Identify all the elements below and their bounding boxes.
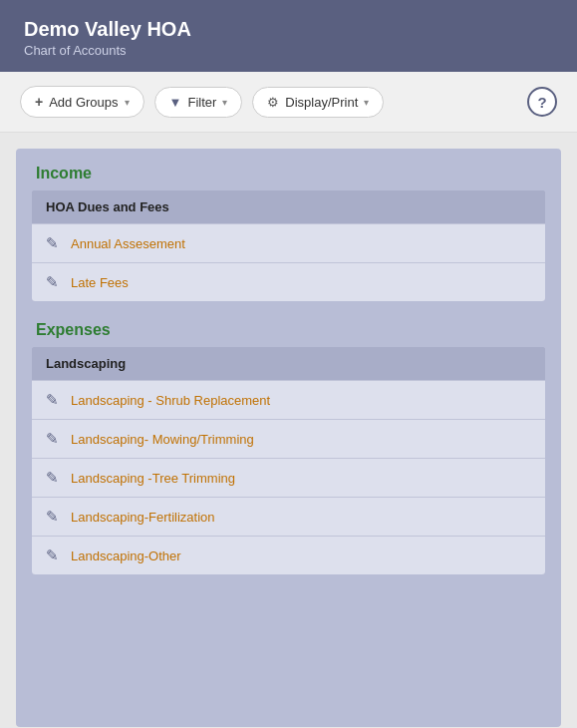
account-row[interactable]: ✎ Landscaping - Shrub Replacement [32,380,545,419]
account-row[interactable]: ✎ Landscaping- Mowing/Trimming [32,419,545,458]
income-group-hoa-dues: HOA Dues and Fees ✎ Annual Assesement ✎ … [32,190,545,301]
add-groups-label: Add Groups [49,95,118,110]
gear-icon: ⚙ [267,95,279,110]
account-name: Late Fees [71,275,129,290]
chevron-down-icon-display: ▾ [364,97,369,108]
page-title: Chart of Accounts [24,43,553,58]
edit-icon: ✎ [46,508,59,526]
account-name: Landscaping-Fertilization [71,510,215,525]
account-name: Landscaping -Tree Trimming [71,471,235,486]
chevron-down-icon: ▾ [125,97,130,108]
account-name: Landscaping-Other [71,548,181,563]
main-content: Income HOA Dues and Fees ✎ Annual Assese… [16,149,561,727]
plus-icon: + [35,94,43,110]
toolbar: + Add Groups ▾ ▼ Filter ▾ ⚙ Display/Prin… [0,72,577,133]
account-row[interactable]: ✎ Landscaping-Other [32,536,545,574]
filter-label: Filter [187,95,216,110]
account-name: Landscaping- Mowing/Trimming [71,432,254,447]
expenses-section-title: Expenses [32,321,545,339]
org-name: Demo Valley HOA [24,18,553,41]
income-section-title: Income [32,165,545,182]
account-row[interactable]: ✎ Landscaping -Tree Trimming [32,458,545,497]
edit-icon: ✎ [46,234,59,252]
filter-button[interactable]: ▼ Filter ▾ [154,87,243,118]
expenses-section: Expenses Landscaping ✎ Landscaping - Shr… [32,321,545,574]
expenses-group-landscaping: Landscaping ✎ Landscaping - Shrub Replac… [32,347,545,574]
income-section: Income HOA Dues and Fees ✎ Annual Assese… [32,165,545,301]
chevron-down-icon-filter: ▾ [222,97,227,108]
help-label: ? [537,94,546,111]
edit-icon: ✎ [46,469,59,487]
account-name: Landscaping - Shrub Replacement [71,393,270,408]
edit-icon: ✎ [46,430,59,448]
display-print-button[interactable]: ⚙ Display/Print ▾ [252,87,384,118]
account-row[interactable]: ✎ Landscaping-Fertilization [32,497,545,536]
edit-icon: ✎ [46,546,59,564]
edit-icon: ✎ [46,391,59,409]
filter-icon: ▼ [169,95,182,110]
group-header-hoa-dues: HOA Dues and Fees [32,190,545,223]
account-row[interactable]: ✎ Annual Assesement [32,223,545,262]
account-row[interactable]: ✎ Late Fees [32,262,545,301]
edit-icon: ✎ [46,273,59,291]
display-print-label: Display/Print [285,95,358,110]
add-groups-button[interactable]: + Add Groups ▾ [20,86,144,118]
group-header-landscaping: Landscaping [32,347,545,380]
help-button[interactable]: ? [527,87,557,117]
account-name: Annual Assesement [71,236,185,251]
header: Demo Valley HOA Chart of Accounts [0,0,577,72]
